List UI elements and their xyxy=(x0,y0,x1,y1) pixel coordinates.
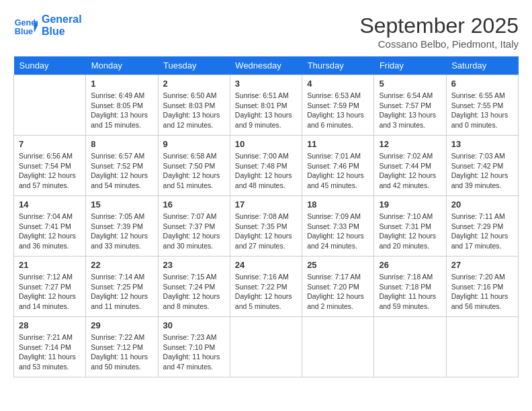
week-row-4: 21Sunrise: 7:12 AM Sunset: 7:27 PM Dayli… xyxy=(14,257,519,317)
day-number: 15 xyxy=(91,199,152,210)
cell-content: Sunrise: 7:15 AM Sunset: 7:24 PM Dayligh… xyxy=(163,272,225,312)
cell-content: Sunrise: 7:09 AM Sunset: 7:33 PM Dayligh… xyxy=(307,212,369,251)
empty-cell xyxy=(230,317,302,377)
header-friday: Friday xyxy=(374,56,446,75)
day-number: 7 xyxy=(19,139,81,149)
month-title: September 2025 xyxy=(359,13,519,38)
logo: General Blue General Blue xyxy=(13,13,82,38)
day-cell-1: 1Sunrise: 6:49 AM Sunset: 8:05 PM Daylig… xyxy=(86,75,158,136)
day-cell-11: 11Sunrise: 7:01 AM Sunset: 7:46 PM Dayli… xyxy=(302,136,374,196)
title-block: September 2025 Cossano Belbo, Piedmont, … xyxy=(359,13,519,50)
day-number: 25 xyxy=(307,260,369,270)
cell-content: Sunrise: 6:56 AM Sunset: 7:54 PM Dayligh… xyxy=(19,151,81,191)
logo-text-1: General xyxy=(42,13,82,26)
cell-content: Sunrise: 6:50 AM Sunset: 8:03 PM Dayligh… xyxy=(163,91,225,130)
svg-text:Blue: Blue xyxy=(15,27,33,36)
day-cell-30: 30Sunrise: 7:23 AM Sunset: 7:10 PM Dayli… xyxy=(158,317,230,377)
day-cell-3: 3Sunrise: 6:51 AM Sunset: 8:01 PM Daylig… xyxy=(230,75,302,136)
cell-content: Sunrise: 7:02 AM Sunset: 7:44 PM Dayligh… xyxy=(379,151,441,191)
day-number: 30 xyxy=(163,320,225,330)
cell-content: Sunrise: 7:03 AM Sunset: 7:42 PM Dayligh… xyxy=(451,151,513,191)
cell-content: Sunrise: 7:10 AM Sunset: 7:31 PM Dayligh… xyxy=(379,212,441,251)
cell-content: Sunrise: 7:14 AM Sunset: 7:25 PM Dayligh… xyxy=(91,272,152,312)
page-header: General Blue General Blue September 2025… xyxy=(13,13,519,50)
cell-content: Sunrise: 7:18 AM Sunset: 7:18 PM Dayligh… xyxy=(379,272,441,312)
header-saturday: Saturday xyxy=(446,56,518,75)
day-cell-26: 26Sunrise: 7:18 AM Sunset: 7:18 PM Dayli… xyxy=(374,257,446,317)
day-cell-18: 18Sunrise: 7:09 AM Sunset: 7:33 PM Dayli… xyxy=(302,196,374,257)
day-number: 17 xyxy=(235,199,297,210)
header-thursday: Thursday xyxy=(302,56,374,75)
day-cell-21: 21Sunrise: 7:12 AM Sunset: 7:27 PM Dayli… xyxy=(14,257,86,317)
week-row-5: 28Sunrise: 7:21 AM Sunset: 7:14 PM Dayli… xyxy=(14,317,519,377)
day-number: 18 xyxy=(307,199,369,210)
day-cell-19: 19Sunrise: 7:10 AM Sunset: 7:31 PM Dayli… xyxy=(374,196,446,257)
day-cell-14: 14Sunrise: 7:04 AM Sunset: 7:41 PM Dayli… xyxy=(14,196,86,257)
day-cell-28: 28Sunrise: 7:21 AM Sunset: 7:14 PM Dayli… xyxy=(14,317,86,377)
location: Cossano Belbo, Piedmont, Italy xyxy=(359,38,519,50)
day-number: 26 xyxy=(379,260,441,270)
day-number: 12 xyxy=(379,139,441,149)
empty-cell xyxy=(374,317,446,377)
header-monday: Monday xyxy=(86,56,158,75)
day-cell-22: 22Sunrise: 7:14 AM Sunset: 7:25 PM Dayli… xyxy=(86,257,158,317)
day-cell-8: 8Sunrise: 6:57 AM Sunset: 7:52 PM Daylig… xyxy=(86,136,158,196)
day-number: 2 xyxy=(163,79,225,89)
day-number: 13 xyxy=(451,139,513,149)
day-cell-12: 12Sunrise: 7:02 AM Sunset: 7:44 PM Dayli… xyxy=(374,136,446,196)
cell-content: Sunrise: 7:07 AM Sunset: 7:37 PM Dayligh… xyxy=(163,212,225,251)
day-number: 29 xyxy=(91,320,152,330)
day-cell-6: 6Sunrise: 6:55 AM Sunset: 7:55 PM Daylig… xyxy=(446,75,518,136)
day-number: 23 xyxy=(163,260,225,270)
day-cell-15: 15Sunrise: 7:05 AM Sunset: 7:39 PM Dayli… xyxy=(86,196,158,257)
day-number: 1 xyxy=(91,79,152,89)
calendar-header-row: SundayMondayTuesdayWednesdayThursdayFrid… xyxy=(14,56,519,75)
day-number: 11 xyxy=(307,139,369,149)
day-number: 14 xyxy=(19,199,81,210)
cell-content: Sunrise: 7:05 AM Sunset: 7:39 PM Dayligh… xyxy=(91,212,152,251)
day-number: 20 xyxy=(451,199,513,210)
day-number: 3 xyxy=(235,79,297,89)
cell-content: Sunrise: 6:58 AM Sunset: 7:50 PM Dayligh… xyxy=(163,151,225,191)
header-wednesday: Wednesday xyxy=(230,56,302,75)
cell-content: Sunrise: 7:11 AM Sunset: 7:29 PM Dayligh… xyxy=(451,212,513,251)
day-number: 8 xyxy=(91,139,152,149)
day-number: 16 xyxy=(163,199,225,210)
day-cell-27: 27Sunrise: 7:20 AM Sunset: 7:16 PM Dayli… xyxy=(446,257,518,317)
day-cell-20: 20Sunrise: 7:11 AM Sunset: 7:29 PM Dayli… xyxy=(446,196,518,257)
day-number: 9 xyxy=(163,139,225,149)
day-cell-7: 7Sunrise: 6:56 AM Sunset: 7:54 PM Daylig… xyxy=(14,136,86,196)
cell-content: Sunrise: 7:16 AM Sunset: 7:22 PM Dayligh… xyxy=(235,272,297,312)
week-row-1: 1Sunrise: 6:49 AM Sunset: 8:05 PM Daylig… xyxy=(14,75,519,136)
day-cell-24: 24Sunrise: 7:16 AM Sunset: 7:22 PM Dayli… xyxy=(230,257,302,317)
day-cell-9: 9Sunrise: 6:58 AM Sunset: 7:50 PM Daylig… xyxy=(158,136,230,196)
empty-cell xyxy=(446,317,518,377)
day-cell-17: 17Sunrise: 7:08 AM Sunset: 7:35 PM Dayli… xyxy=(230,196,302,257)
header-sunday: Sunday xyxy=(14,56,86,75)
cell-content: Sunrise: 7:17 AM Sunset: 7:20 PM Dayligh… xyxy=(307,272,369,312)
day-number: 19 xyxy=(379,199,441,210)
header-tuesday: Tuesday xyxy=(158,56,230,75)
week-row-3: 14Sunrise: 7:04 AM Sunset: 7:41 PM Dayli… xyxy=(14,196,519,257)
cell-content: Sunrise: 7:00 AM Sunset: 7:48 PM Dayligh… xyxy=(235,151,297,191)
cell-content: Sunrise: 6:53 AM Sunset: 7:59 PM Dayligh… xyxy=(307,91,369,130)
cell-content: Sunrise: 6:57 AM Sunset: 7:52 PM Dayligh… xyxy=(91,151,152,191)
cell-content: Sunrise: 6:55 AM Sunset: 7:55 PM Dayligh… xyxy=(451,91,513,130)
day-number: 4 xyxy=(307,79,369,89)
cell-content: Sunrise: 6:49 AM Sunset: 8:05 PM Dayligh… xyxy=(91,91,152,130)
day-cell-2: 2Sunrise: 6:50 AM Sunset: 8:03 PM Daylig… xyxy=(158,75,230,136)
day-number: 24 xyxy=(235,260,297,270)
day-cell-23: 23Sunrise: 7:15 AM Sunset: 7:24 PM Dayli… xyxy=(158,257,230,317)
day-number: 28 xyxy=(19,320,81,330)
day-cell-29: 29Sunrise: 7:22 AM Sunset: 7:12 PM Dayli… xyxy=(86,317,158,377)
day-cell-25: 25Sunrise: 7:17 AM Sunset: 7:20 PM Dayli… xyxy=(302,257,374,317)
calendar-table: SundayMondayTuesdayWednesdayThursdayFrid… xyxy=(13,56,519,377)
day-number: 27 xyxy=(451,260,513,270)
logo-text-2: Blue xyxy=(42,26,82,38)
cell-content: Sunrise: 7:23 AM Sunset: 7:10 PM Dayligh… xyxy=(163,332,225,372)
cell-content: Sunrise: 7:01 AM Sunset: 7:46 PM Dayligh… xyxy=(307,151,369,191)
day-number: 21 xyxy=(19,260,81,270)
cell-content: Sunrise: 7:21 AM Sunset: 7:14 PM Dayligh… xyxy=(19,332,81,372)
day-number: 10 xyxy=(235,139,297,149)
cell-content: Sunrise: 7:08 AM Sunset: 7:35 PM Dayligh… xyxy=(235,212,297,251)
